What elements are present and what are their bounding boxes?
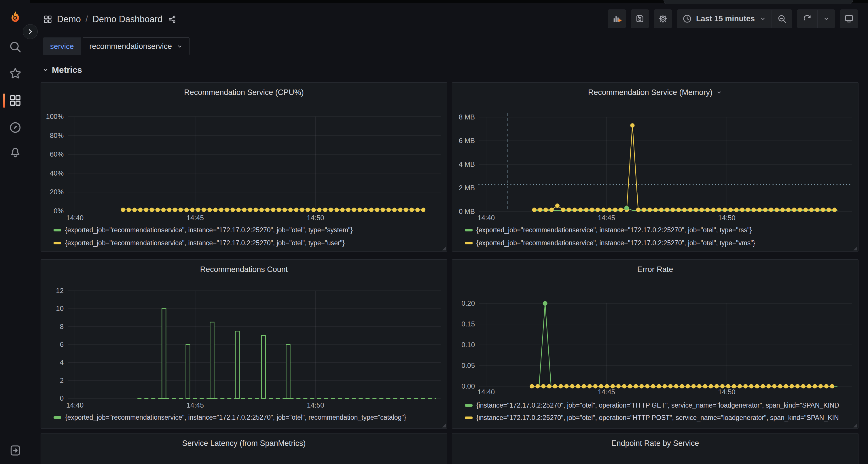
- legend-item[interactable]: {exported_job="recommendationservice", i…: [465, 239, 855, 247]
- grafana-dashboard: Demo / Demo Dashboard: [0, 0, 868, 464]
- svg-text:14:40: 14:40: [66, 401, 84, 409]
- row-header-metrics[interactable]: Metrics: [42, 65, 82, 75]
- sign-in-icon[interactable]: [9, 444, 22, 457]
- kiosk-tv-button[interactable]: [840, 9, 858, 28]
- panel-title[interactable]: Recommendations Count: [200, 265, 288, 274]
- svg-text:8 MB: 8 MB: [459, 113, 475, 121]
- breadcrumb-section[interactable]: Demo: [57, 14, 81, 25]
- svg-text:0 MB: 0 MB: [459, 207, 475, 215]
- chart-cpu: 0%20%40%60%80%100%14:4014:4514:50{export…: [41, 82, 447, 251]
- breadcrumb-separator: /: [86, 14, 88, 25]
- svg-text:12: 12: [56, 287, 64, 294]
- svg-text:14:50: 14:50: [307, 214, 324, 222]
- chevron-down-icon: [42, 66, 49, 73]
- svg-text:20%: 20%: [50, 188, 64, 196]
- svg-text:0.10: 0.10: [461, 341, 475, 349]
- time-range-picker[interactable]: Last 15 minutes: [677, 10, 772, 28]
- chevron-down-icon: [177, 43, 183, 49]
- legend-swatch: [54, 242, 61, 244]
- explore-compass-icon[interactable]: [9, 121, 22, 134]
- dashboard-settings-button[interactable]: [654, 9, 672, 28]
- star-icon[interactable]: [9, 67, 22, 80]
- panel-title[interactable]: Error Rate: [637, 265, 673, 274]
- legend-item[interactable]: {exported_job="recommendationservice", i…: [54, 226, 444, 234]
- panel-resize-handle[interactable]: [442, 423, 446, 427]
- legend-swatch: [465, 417, 473, 419]
- chart-canvas[interactable]: 02468101214:4014:4514:50: [41, 260, 447, 429]
- legend-item[interactable]: {instance="172.17.0.2:25270", job="otel"…: [465, 401, 855, 409]
- refresh-interval-caret[interactable]: [817, 10, 835, 28]
- panel-memory: 0 MB2 MB4 MB6 MB8 MB14:4014:4514:50{expo…: [452, 82, 859, 252]
- legend-swatch: [465, 229, 473, 231]
- search-icon[interactable]: [9, 40, 22, 54]
- dashboards-icon[interactable]: [9, 94, 22, 107]
- row-header-label: Metrics: [52, 65, 82, 75]
- panel-menu-caret-icon[interactable]: [716, 89, 722, 96]
- svg-text:14:50: 14:50: [718, 388, 736, 396]
- clock-icon: [682, 14, 692, 24]
- panel-title[interactable]: Endpoint Rate by Service: [611, 439, 699, 448]
- zoom-out-time-button[interactable]: [772, 10, 792, 28]
- dashboard-grid-icon: [43, 15, 53, 24]
- legend-item[interactable]: {exported_job="recommendationservice", i…: [54, 239, 444, 247]
- chevron-down-icon: [760, 15, 766, 22]
- time-picker-group: Last 15 minutes: [677, 9, 792, 28]
- svg-text:0.05: 0.05: [461, 362, 475, 369]
- svg-text:4: 4: [60, 358, 64, 366]
- panel-title[interactable]: Recommendation Service (CPU%): [184, 88, 304, 97]
- svg-text:0.20: 0.20: [461, 299, 475, 307]
- svg-text:14:40: 14:40: [477, 388, 495, 396]
- panel-title[interactable]: Service Latency (from SpanMetrics): [182, 439, 306, 448]
- refresh-group: [797, 9, 835, 28]
- variable-value-dropdown[interactable]: recommendationservice: [83, 37, 189, 55]
- svg-text:0.15: 0.15: [461, 320, 475, 328]
- svg-text:80%: 80%: [50, 132, 64, 139]
- browser-overlay: [663, 0, 853, 4]
- refresh-button[interactable]: [797, 10, 817, 28]
- legend-swatch: [54, 229, 61, 231]
- variable-value: recommendationservice: [89, 42, 172, 51]
- svg-text:2 MB: 2 MB: [459, 184, 475, 192]
- svg-text:14:45: 14:45: [598, 214, 615, 222]
- legend-label: {exported_job="recommendationservice", i…: [476, 239, 755, 247]
- svg-text:40%: 40%: [50, 169, 64, 177]
- legend-label: {instance="172.17.0.2:25270", job="otel"…: [476, 401, 839, 409]
- sidebar: [0, 0, 30, 464]
- panel-resize-handle[interactable]: [853, 423, 857, 427]
- svg-text:14:50: 14:50: [307, 401, 324, 409]
- svg-text:14:40: 14:40: [66, 214, 84, 222]
- breadcrumb: Demo / Demo Dashboard: [43, 13, 177, 26]
- svg-text:100%: 100%: [46, 112, 64, 120]
- chart-recommendations: 02468101214:4014:4514:50{exported_job="r…: [41, 260, 447, 428]
- legend-item[interactable]: {exported_job="recommendationservice", i…: [54, 413, 444, 422]
- legend-item[interactable]: {instance="172.17.0.2:25270", job="otel"…: [465, 413, 855, 422]
- panel-resize-handle[interactable]: [442, 246, 446, 251]
- add-panel-button[interactable]: [608, 9, 626, 28]
- grafana-logo[interactable]: [8, 11, 22, 25]
- sidebar-expand-button[interactable]: [23, 24, 38, 39]
- svg-text:6: 6: [60, 340, 64, 348]
- chart-memory: 0 MB2 MB4 MB6 MB8 MB14:4014:4514:50{expo…: [452, 82, 858, 251]
- legend-swatch: [465, 242, 473, 244]
- panel-title[interactable]: Recommendation Service (Memory): [588, 88, 712, 97]
- legend-label: {instance="172.17.0.2:25270", job="otel"…: [476, 414, 839, 422]
- share-icon[interactable]: [167, 15, 177, 24]
- legend-swatch: [54, 416, 61, 419]
- legend-label: {exported_job="recommendationservice", i…: [65, 226, 353, 234]
- breadcrumb-page[interactable]: Demo Dashboard: [92, 14, 162, 25]
- active-nav-indicator: [3, 94, 5, 108]
- svg-text:10: 10: [56, 304, 64, 312]
- svg-text:60%: 60%: [50, 150, 64, 158]
- template-variables: service recommendationservice: [43, 37, 189, 55]
- svg-text:6 MB: 6 MB: [459, 137, 475, 144]
- legend-item[interactable]: {exported_job="recommendationservice", i…: [465, 226, 855, 234]
- panel-resize-handle[interactable]: [853, 246, 857, 251]
- svg-text:14:40: 14:40: [477, 214, 495, 222]
- save-dashboard-button[interactable]: [631, 9, 649, 28]
- legend-label: {exported_job="recommendationservice", i…: [65, 239, 345, 247]
- variable-label: service: [43, 37, 81, 55]
- svg-text:14:45: 14:45: [187, 401, 204, 409]
- svg-text:14:45: 14:45: [187, 214, 204, 222]
- alerting-bell-icon[interactable]: [9, 145, 22, 159]
- svg-text:0: 0: [60, 394, 64, 402]
